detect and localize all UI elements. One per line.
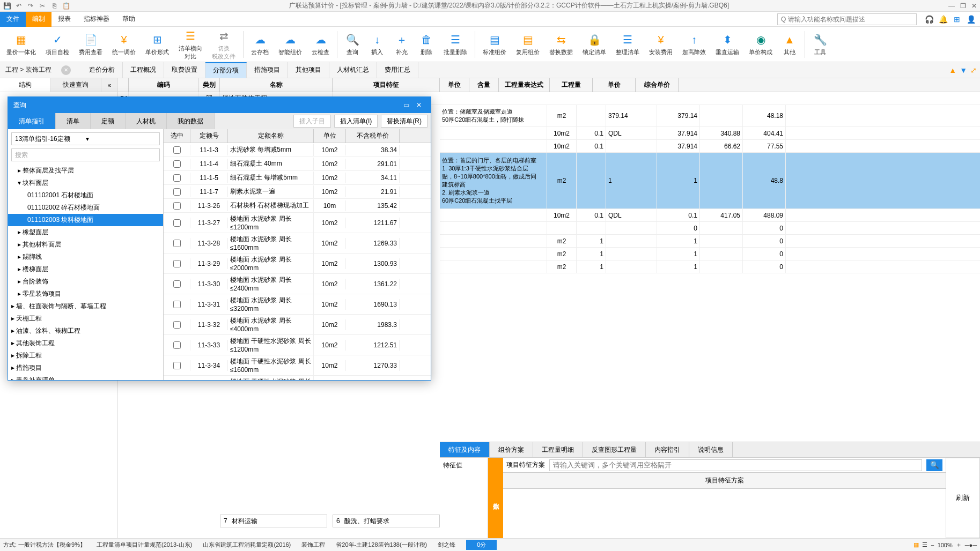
tree-item[interactable]: ▸ 台阶装饰 xyxy=(8,276,163,288)
ribbon-price-comp[interactable]: ◉单价构成 xyxy=(745,31,777,57)
tree-item[interactable]: ▸ 油漆、涂料、裱糊工程 xyxy=(8,325,163,337)
main-grid-row[interactable]: m2110 xyxy=(440,248,980,260)
refresh-button[interactable]: 刷新 xyxy=(946,458,980,538)
tree-item[interactable]: ▸ 楼梯面层 xyxy=(8,263,163,276)
col-type[interactable]: 类别 xyxy=(198,78,220,92)
btn-replace-list[interactable]: 替换清单(R) xyxy=(381,115,428,128)
menu-report[interactable]: 报表 xyxy=(51,12,77,27)
main-grid-row[interactable]: 10m20.137.91466.6277.55 xyxy=(440,140,980,153)
quota-row[interactable]: 11-1-4细石混凝土 40mm10m2291.01 xyxy=(164,157,431,171)
user-icon[interactable]: 👤 xyxy=(966,14,976,24)
row-checkbox[interactable] xyxy=(173,160,181,168)
quota-row[interactable]: 11-1-7刷素水泥浆一遍10m221.91 xyxy=(164,185,431,199)
tab-price-analysis[interactable]: 造价分析 xyxy=(82,62,123,78)
tree-item[interactable]: ▸ 其他材料面层 xyxy=(8,239,163,251)
strip-acid-wax[interactable]: 6 酸洗、打蜡要求 xyxy=(333,515,440,527)
col-price[interactable]: 单价 xyxy=(593,78,636,92)
col-code[interactable]: 编码 xyxy=(129,78,198,92)
tree-item[interactable]: 011102002 碎石材楼地面 xyxy=(8,202,163,214)
row-checkbox[interactable] xyxy=(173,188,181,196)
tree-item[interactable]: ▸ 整体面层及找平层 xyxy=(8,165,163,177)
tree-item[interactable]: ▸ 零星装饰项目 xyxy=(8,288,163,300)
quota-row[interactable]: 11-3-35楼地面 干硬性水泥砂浆 周长≤2000mm10m21301.94 xyxy=(164,376,431,380)
row-checkbox[interactable] xyxy=(173,362,181,369)
col-qty[interactable]: 工程量 xyxy=(550,78,593,92)
ribbon-query[interactable]: 🔍查询 xyxy=(341,31,364,57)
ribbon-supplement[interactable]: ＋补充 xyxy=(390,31,414,57)
nav-up-icon[interactable]: ▲ xyxy=(949,66,956,75)
row-checkbox[interactable] xyxy=(173,146,181,154)
tree-item[interactable]: ▾ 块料面层 xyxy=(8,177,163,189)
tree-item[interactable]: ▸ 橡塑面层 xyxy=(8,226,163,239)
quota-row[interactable]: 11-3-34楼地面 干硬性水泥砂浆 周长≤1600mm10m21270.33 xyxy=(164,355,431,376)
quota-row[interactable]: 11-3-27楼地面 水泥砂浆 周长≤1200mm10m21211.67 xyxy=(164,213,431,233)
row-checkbox[interactable] xyxy=(173,301,181,308)
row-checkbox[interactable] xyxy=(173,341,181,349)
main-grid-row[interactable]: 10m20.1QDL37.914340.88404.41 xyxy=(440,127,980,140)
minimize-icon[interactable]: — xyxy=(948,2,955,10)
scheme-search-input[interactable] xyxy=(549,459,922,471)
undo-icon[interactable]: ↶ xyxy=(15,2,23,10)
ribbon-self-check[interactable]: ✓项目自检 xyxy=(41,31,73,57)
ribbon-switch-tax[interactable]: ⇄切换 税改文件 xyxy=(208,27,240,62)
main-grid-row[interactable]: 位置：首层的门厅、各层的电梯前室 1. 30厚1:3干硬性水泥砂浆结合层 贴，8… xyxy=(440,153,980,209)
tab-fee-settings[interactable]: 取费设置 xyxy=(164,62,205,78)
bp-personal-data[interactable]: 个人数据 xyxy=(488,458,503,538)
strip-material-transport[interactable]: 7 材料运输 xyxy=(220,515,327,527)
tree-item[interactable]: ▸ 措施项目 xyxy=(8,362,163,374)
ribbon-height-eff[interactable]: ↑超高降效 xyxy=(678,31,710,57)
headset-icon[interactable]: 🎧 xyxy=(924,14,934,24)
quota-row[interactable]: 11-1-3水泥砂浆 每增减5mm10m238.34 xyxy=(164,143,431,157)
tab-others[interactable]: 其他项目 xyxy=(288,62,329,78)
nav-expand-icon[interactable]: ⤢ xyxy=(970,66,977,75)
quota-row[interactable]: 11-3-28楼地面 水泥砂浆 周长≤1600mm10m21269.33 xyxy=(164,233,431,254)
ribbon-cloud-save[interactable]: ☁云存档 xyxy=(247,31,273,57)
btab-reverse[interactable]: 反查图形工程量 xyxy=(583,442,646,457)
ribbon-install-fee[interactable]: ¥安装费用 xyxy=(645,31,677,57)
col-feat[interactable]: 项目特征 xyxy=(333,78,440,92)
tree-item[interactable]: 011102003 块料楼地面 xyxy=(8,214,163,226)
btab-content-guide[interactable]: 内容指引 xyxy=(646,442,689,457)
tab-measures[interactable]: 措施项目 xyxy=(247,62,288,78)
btab-info[interactable]: 说明信息 xyxy=(689,442,733,457)
row-checkbox[interactable] xyxy=(173,219,181,227)
main-grid-row[interactable]: 位置：储藏室及储藏室走道 50厚C20细石混凝土，随打随抹m2379.14379… xyxy=(440,105,980,127)
menu-help[interactable]: 帮助 xyxy=(116,12,142,27)
ribbon-insert[interactable]: ↓插入 xyxy=(365,31,389,57)
col-name[interactable]: 名称 xyxy=(220,78,333,92)
zoom-out-icon[interactable]: − xyxy=(931,542,934,548)
main-grid-row[interactable]: m2110 xyxy=(440,260,980,273)
dtab-my-data[interactable]: 我的数据 xyxy=(167,113,215,129)
row-checkbox[interactable] xyxy=(173,280,181,288)
dtab-quota[interactable]: 定额 xyxy=(91,113,126,129)
tab-fee-summary[interactable]: 费用汇总 xyxy=(377,62,418,78)
ribbon-cloud-check[interactable]: ☁云检查 xyxy=(307,31,334,57)
cut-icon[interactable]: ✂ xyxy=(39,2,46,10)
quota-row[interactable]: 11-1-5细石混凝土 每增减5mm10m234.11 xyxy=(164,171,431,185)
dialog-close-icon[interactable]: ✕ xyxy=(412,100,425,110)
zoom-in-icon[interactable]: ＋ xyxy=(956,541,962,549)
col-unit[interactable]: 单位 xyxy=(440,78,469,92)
quota-row[interactable]: 11-3-31楼地面 水泥砂浆 周长≤3200mm10m21690.13 xyxy=(164,294,431,315)
ribbon-other[interactable]: ▲其他 xyxy=(778,31,801,57)
row-checkbox[interactable] xyxy=(173,202,181,210)
btab-scheme[interactable]: 组价方案 xyxy=(490,442,533,457)
bell-icon[interactable]: 🔔 xyxy=(938,14,948,24)
view-list-icon[interactable]: ☰ xyxy=(922,541,927,548)
ribbon-delete[interactable]: 🗑删除 xyxy=(415,31,438,57)
dtab-manpower[interactable]: 人材机 xyxy=(126,113,167,129)
btab-qty-detail[interactable]: 工程量明细 xyxy=(533,442,583,457)
btn-insert-list[interactable]: 插入清单(I) xyxy=(334,115,378,128)
col-expr[interactable]: 工程量表达式 xyxy=(499,78,550,92)
tab-manpower[interactable]: 人材机汇总 xyxy=(329,62,377,78)
view-grid-icon[interactable]: ▦ xyxy=(913,541,919,548)
menu-compile[interactable]: 编制 xyxy=(26,12,51,27)
redo-icon[interactable]: ↷ xyxy=(27,2,34,10)
col-total[interactable]: 综合单价 xyxy=(636,78,679,92)
ribbon-vertical-trans[interactable]: ⬍垂直运输 xyxy=(711,31,743,57)
row-checkbox[interactable] xyxy=(173,240,181,247)
left-tab-structure[interactable]: 结构 xyxy=(0,78,51,92)
apps-icon[interactable]: ⊞ xyxy=(952,14,962,24)
menu-file[interactable]: 文件 xyxy=(0,12,26,27)
ribbon-smart-price[interactable]: ☁智能组价 xyxy=(274,31,306,57)
